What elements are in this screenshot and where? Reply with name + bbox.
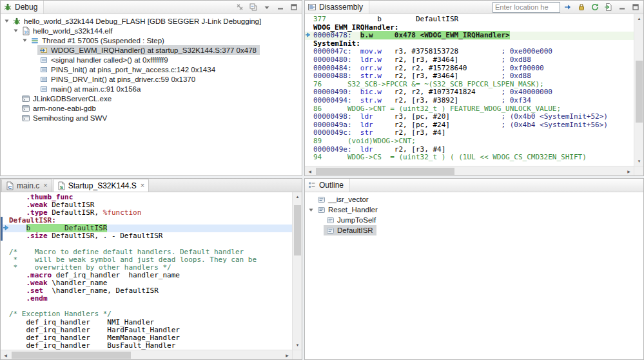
debug-tree-item[interactable]: JLinkGDBServerCL.exe <box>1 94 302 103</box>
chevron-down-icon[interactable] <box>307 207 315 213</box>
scrollbar-thumb[interactable] <box>316 168 454 175</box>
stack-frame-icon <box>39 85 48 94</box>
outline-view-tab[interactable]: Outline <box>305 179 350 192</box>
goto-pc-button[interactable] <box>562 1 574 13</box>
instruction-pointer-icon <box>305 32 313 40</box>
show-source-button[interactable] <box>603 1 614 13</box>
editor-gutter <box>1 217 9 225</box>
scroll-up-button[interactable]: ▲ <box>293 192 302 201</box>
chevron-down-icon[interactable] <box>12 28 19 34</box>
tree-item-content: PINS_Init() at pins_port_hw_access.c:142… <box>37 65 219 74</box>
debug-view-tab[interactable]: Debug <box>1 1 44 14</box>
maximize-icon <box>290 3 298 11</box>
debug-tree-item[interactable]: Semihosting and SWV <box>1 113 302 123</box>
goto-pc-icon <box>563 3 572 12</box>
disassembly-gutter <box>305 40 313 48</box>
refresh-icon <box>590 3 600 12</box>
editor-gutter <box>1 248 9 256</box>
remove-terminated-button[interactable] <box>234 1 246 13</box>
disassembly-gutter <box>305 81 313 89</box>
debug-tree-item[interactable]: arm-none-eabi-gdb <box>1 103 302 113</box>
debug-tree-item[interactable]: PINS_DRV_Init() at pins_driver.c:59 0x13… <box>1 74 302 84</box>
outline-item[interactable]: JumpToSelf <box>305 215 643 225</box>
disassembly-view-title: Disassembly <box>319 3 363 12</box>
editor-gutter <box>1 287 9 295</box>
disassembly-gutter <box>305 24 313 32</box>
minimize-icon <box>277 3 284 11</box>
collapse-all-button[interactable] <box>248 1 259 13</box>
editor-hscrollbar[interactable]: ◀ ▶ <box>1 350 292 359</box>
refresh-button[interactable] <box>589 1 601 13</box>
scroll-up-button[interactable]: ▲ <box>634 14 644 23</box>
close-tab-icon[interactable]: × <box>43 182 47 189</box>
outline-view-title: Outline <box>319 181 344 190</box>
scroll-left-button[interactable]: ◀ <box>305 166 315 175</box>
outline-tree: __isr_vectorReset_HandlerJumpToSelfDefau… <box>305 192 643 359</box>
scrollbar-thumb[interactable] <box>636 61 643 123</box>
lock-button[interactable] <box>576 1 587 13</box>
disassembly-row[interactable]: 94 WDOG->CS = (uint32_t ) ( (1UL << WDOG… <box>305 154 634 162</box>
outline-item[interactable]: Reset_Handler <box>305 205 643 215</box>
stack-frame-icon <box>39 75 48 84</box>
scrollbar-thumb[interactable] <box>294 205 301 255</box>
outline-item[interactable]: DefaultISR <box>305 225 643 235</box>
editor-code-area[interactable]: .thumb_func .weak DefaultISR .type Defau… <box>1 192 292 350</box>
tree-item-content: Reset_Handler <box>315 205 381 215</box>
tree-item-label: Reset_Handler <box>326 206 380 214</box>
debug-tree-item[interactable]: PINS_Init() at pins_port_hw_access.c:142… <box>1 65 302 74</box>
close-tab-icon[interactable]: × <box>141 182 144 189</box>
editor-gutter <box>1 194 9 201</box>
view-menu-button[interactable] <box>261 1 273 13</box>
svg-text:S: S <box>60 184 64 190</box>
disassembly-gutter <box>305 154 313 162</box>
tree-item-content: __isr_vector <box>315 194 372 205</box>
disassembly-code-area[interactable]: 377 b DefaultISRWDOG_EWM_IRQHandler:0000… <box>305 14 634 166</box>
chevron-down-icon[interactable] <box>3 18 10 24</box>
debug-tree-item[interactable]: main() at main.c:91 0x156a <box>1 84 302 94</box>
maximize-button[interactable] <box>630 1 641 13</box>
editor-tab-Startup_S32K144.S[interactable]: SStartup_S32K144.S× <box>53 179 150 192</box>
scroll-right-button[interactable]: ▶ <box>624 166 634 175</box>
disassembly-view-toolbar <box>491 1 643 14</box>
editor-gutter <box>1 303 9 310</box>
minimize-button[interactable] <box>275 1 286 13</box>
maximize-button[interactable] <box>288 1 300 13</box>
console-icon <box>21 104 30 113</box>
editor-gutter <box>1 232 9 240</box>
debug-tree-item[interactable]: <signal handler called>() at 0xfffffff9 <box>1 55 302 65</box>
editor-line: .size DefaultISR, . - DefaultISR <box>1 232 292 240</box>
disassembly-gutter <box>305 121 313 130</box>
tree-item-label: main() at main.c:91 0x156a <box>49 85 142 93</box>
disassembly-gutter <box>305 15 313 24</box>
maximize-icon <box>632 3 639 11</box>
chevron-down-icon[interactable] <box>21 37 28 43</box>
outline-view-header: Outline <box>305 179 643 192</box>
editor-gutter <box>1 241 9 248</box>
debug-tree-item[interactable]: Thread #1 57005 (Suspended : Step) <box>1 35 302 45</box>
outline-item[interactable]: __isr_vector <box>305 194 643 205</box>
scroll-right-button[interactable]: ▶ <box>282 350 292 359</box>
minimize-button[interactable] <box>616 1 628 13</box>
debug-tree-item[interactable]: WDOG_EWM_IRQHandler() at startup_S32K144… <box>1 45 302 55</box>
disassembly-view-tab[interactable]: Disassembly <box>305 1 369 14</box>
editor-tab-main.c[interactable]: Cmain.c× <box>1 179 52 192</box>
debug-view-icon <box>3 3 12 12</box>
tree-item-content: WDOG_EWM_IRQHandler() at startup_S32K144… <box>37 45 260 55</box>
scroll-down-button[interactable]: ▼ <box>634 157 644 166</box>
tree-item-label: arm-none-eabi-gdb <box>31 105 98 112</box>
debug-tree: hello_world_s32k144 Debug_FLASH [GDB SEG… <box>1 14 302 175</box>
scrollbar-thumb[interactable] <box>12 352 131 359</box>
location-input[interactable] <box>493 2 560 13</box>
editor-vscrollbar[interactable]: ▲ ▼ <box>292 192 302 350</box>
scroll-down-button[interactable]: ▼ <box>293 341 302 350</box>
debug-tree-item[interactable]: hello_world_s32k144 Debug_FLASH [GDB SEG… <box>1 16 302 26</box>
asm-label-icon <box>317 206 326 214</box>
instruction-pointer-icon <box>1 225 9 232</box>
disassembly-hscrollbar[interactable]: ◀ ▶ <box>305 166 634 175</box>
editor-gutter <box>1 256 9 264</box>
tree-item-label: __isr_vector <box>326 195 371 203</box>
disassembly-view-header: Disassembly <box>305 1 643 14</box>
scroll-left-button[interactable]: ◀ <box>1 350 10 359</box>
debug-tree-item[interactable]: 10hello_world_s32k144.elf <box>1 26 302 35</box>
disassembly-vscrollbar[interactable]: ▲ ▼ <box>634 14 643 166</box>
